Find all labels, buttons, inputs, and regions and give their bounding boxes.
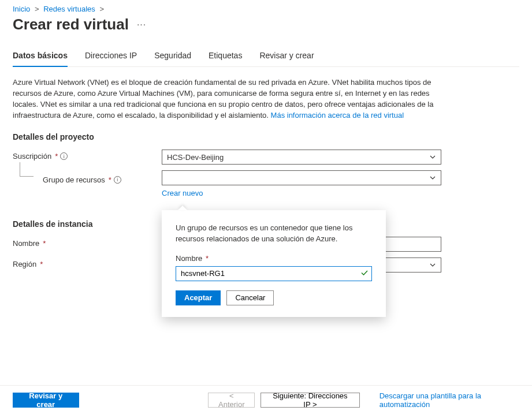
review-create-button[interactable]: Revisar y crear (13, 393, 79, 408)
valid-check-icon (360, 268, 369, 278)
label-resource-group: Grupo de recursos (43, 176, 105, 184)
chevron-down-icon (429, 174, 436, 181)
subscription-select[interactable]: HCS-Dev-Beijing (162, 150, 441, 165)
tree-connector-icon (13, 173, 36, 186)
download-template-link[interactable]: Descargar una plantilla para la automati… (380, 391, 519, 409)
popover-ok-button[interactable]: Aceptar (176, 290, 221, 305)
required-indicator: * (43, 239, 46, 248)
tab-ips[interactable]: Direcciones IP (85, 51, 137, 67)
footer-bar: Revisar y crear < Anterior Siguiente: Di… (0, 385, 532, 409)
info-icon[interactable]: i (114, 176, 121, 184)
chevron-down-icon (429, 154, 436, 161)
label-region: Región (13, 260, 36, 268)
popover-cancel-button[interactable]: Cancelar (226, 290, 274, 305)
popover-name-label: Nombre (176, 254, 202, 263)
resource-group-select[interactable] (162, 170, 441, 185)
learn-more-link[interactable]: Más información acerca de la red virtual (271, 111, 404, 120)
tab-tags[interactable]: Etiquetas (209, 51, 242, 67)
intro-text: Azure Virtual Network (VNet) es el bloqu… (13, 77, 452, 121)
tab-security[interactable]: Seguridad (154, 51, 191, 67)
label-subscription: Suscripción (13, 152, 51, 161)
create-resource-group-popover: Un grupo de recursos es un contenedor qu… (162, 210, 386, 317)
more-actions-icon[interactable]: ··· (137, 20, 146, 30)
required-indicator: * (109, 176, 111, 184)
required-indicator: * (206, 254, 209, 263)
create-new-link[interactable]: Crear nuevo (162, 189, 203, 197)
subscription-value: HCS-Dev-Beijing (167, 153, 224, 162)
chevron-right-icon: > (35, 5, 39, 13)
required-indicator: * (40, 260, 43, 268)
previous-button: < Anterior (208, 393, 255, 408)
breadcrumb-vnets[interactable]: Redes virtuales (43, 5, 95, 13)
page-title: Crear red virtual (13, 16, 129, 33)
section-project-details: Detalles del proyecto (13, 132, 519, 141)
tabs: Datos básicos Direcciones IP Seguridad E… (13, 51, 519, 67)
chevron-right-icon: > (99, 5, 104, 13)
label-name: Nombre (13, 239, 39, 248)
breadcrumb-home[interactable]: Inicio (13, 5, 30, 13)
chevron-down-icon (429, 262, 436, 268)
required-indicator: * (55, 152, 58, 161)
popover-description: Un grupo de recursos es un contenedor qu… (176, 223, 372, 245)
info-icon[interactable]: i (60, 152, 68, 160)
tab-basics[interactable]: Datos básicos (13, 51, 68, 67)
breadcrumb: Inicio > Redes virtuales > (13, 5, 519, 13)
tab-review[interactable]: Revisar y crear (259, 51, 314, 67)
next-button[interactable]: Siguiente: Direcciones IP > (261, 393, 360, 408)
popover-name-input[interactable] (176, 266, 372, 281)
